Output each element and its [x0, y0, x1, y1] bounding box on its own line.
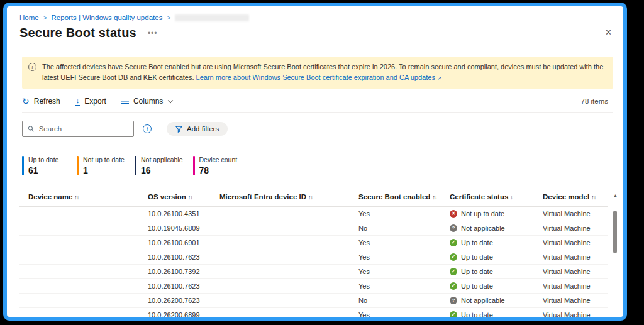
certificate-status-cell: ✓Up to date	[450, 253, 543, 261]
status-up-to-date-icon: ✓	[450, 253, 457, 261]
status-up-to-date-icon: ✓	[450, 311, 457, 319]
device-model-cell: Virtual Machine	[543, 224, 608, 232]
search-input[interactable]	[39, 125, 128, 133]
column-label: Certificate status	[450, 193, 508, 201]
status-label: Up to date	[461, 253, 493, 261]
status-not-applicable-icon: ?	[450, 224, 457, 232]
columns-label: Columns	[133, 97, 163, 106]
tile-label: Device count	[199, 156, 238, 163]
chevron-right-icon: >	[43, 14, 47, 21]
secure-boot-enabled-cell: Yes	[358, 282, 450, 290]
table-body: 10.0.26100.4351 Yes ✕Not up to date Virt…	[19, 207, 608, 321]
os-version-cell: 10.0.26200.6899	[148, 311, 219, 319]
page-title: Secure Boot status	[19, 26, 136, 40]
column-header-entra-device-id[interactable]: Microsoft Entra device ID↑↓	[219, 193, 358, 201]
add-filters-label: Add filters	[187, 125, 219, 133]
tile-not-applicable[interactable]: Not applicable 16	[135, 156, 183, 175]
summary-tiles: Up to date 61 Not up to date 1 Not appli…	[22, 156, 623, 175]
column-header-device-model[interactable]: Device model↑↓	[543, 193, 608, 201]
tile-value: 61	[28, 165, 58, 175]
status-label: Up to date	[461, 268, 493, 275]
column-label: Device name	[28, 193, 72, 201]
tile-color-bar	[193, 156, 195, 175]
column-header-secure-boot-enabled[interactable]: Secure Boot enabled↑↓	[358, 193, 450, 201]
status-up-to-date-icon: ✓	[450, 239, 457, 246]
sort-icon: ↑↓	[74, 194, 79, 201]
info-icon: i	[28, 63, 36, 71]
tile-device-count[interactable]: Device count 78	[193, 156, 238, 175]
search-icon	[28, 125, 35, 133]
device-model-cell: Virtual Machine	[543, 268, 608, 275]
column-header-os-version[interactable]: OS version↑↓	[148, 193, 219, 201]
table-row[interactable]: 10.0.26100.4351 Yes ✕Not up to date Virt…	[19, 207, 608, 221]
table-row[interactable]: 10.0.26100.7623 Yes ✓Up to date Virtual …	[19, 279, 608, 294]
vertical-scrollbar[interactable]	[613, 211, 617, 253]
secure-boot-enabled-cell: Yes	[358, 210, 450, 218]
filter-row: i Add filters	[22, 121, 623, 137]
column-label: Secure Boot enabled	[358, 193, 430, 201]
table-row[interactable]: 10.0.26100.6901 Yes ✓Up to date Virtual …	[19, 236, 608, 250]
table-row[interactable]: 10.0.26100.7623 Yes ✓Up to date Virtual …	[19, 250, 608, 265]
chevron-right-icon: >	[167, 14, 170, 21]
breadcrumb: Home > Reports | Windows quality updates…	[19, 14, 623, 21]
tile-value: 1	[83, 165, 125, 175]
tile-not-up-to-date[interactable]: Not up to date 1	[77, 156, 125, 175]
tile-label: Up to date	[28, 156, 58, 163]
learn-more-label: Learn more about Windows Secure Boot cer…	[196, 74, 435, 81]
refresh-icon: ↻	[22, 97, 30, 106]
scroll-up-icon[interactable]: ▲	[613, 193, 618, 197]
table-row[interactable]: 10.0.26200.6899 Yes ✓Up to date Virtual …	[19, 308, 608, 321]
items-count: 78 items	[581, 97, 608, 105]
secure-boot-enabled-cell: Yes	[358, 268, 450, 275]
column-header-device-name[interactable]: Device name↑↓	[28, 193, 148, 201]
export-button[interactable]: ↓ Export	[75, 97, 106, 106]
certificate-status-cell: ✕Not up to date	[450, 210, 543, 218]
device-model-cell: Virtual Machine	[543, 253, 608, 261]
export-icon: ↓	[75, 97, 80, 106]
tile-label: Not up to date	[83, 156, 125, 163]
sort-icon: ↑↓	[591, 194, 596, 201]
table-row[interactable]: 10.0.19045.6809 No ?Not applicable Virtu…	[19, 221, 608, 236]
os-version-cell: 10.0.26200.7623	[148, 297, 219, 304]
search-box[interactable]	[22, 121, 134, 137]
sort-icon: ↑↓	[308, 194, 313, 201]
status-not-applicable-icon: ?	[450, 297, 457, 304]
breadcrumb-reports-windows-quality-updates[interactable]: Reports | Windows quality updates	[52, 14, 163, 21]
screenshot-frame: Home > Reports | Windows quality updates…	[3, 3, 627, 321]
column-header-certificate-status[interactable]: Certificate status↓	[450, 193, 543, 201]
tile-color-bar	[135, 156, 136, 175]
os-version-cell: 10.0.26100.7392	[148, 268, 219, 275]
banner-text: The affected devices have Secure Boot en…	[42, 62, 606, 83]
secure-boot-enabled-cell: Yes	[358, 253, 450, 261]
secure-boot-enabled-cell: Yes	[358, 239, 450, 246]
export-label: Export	[84, 97, 106, 106]
certificate-status-cell: ?Not applicable	[450, 224, 543, 232]
tile-label: Not applicable	[141, 156, 183, 163]
filter-icon	[175, 126, 182, 133]
close-icon[interactable]: ✕	[605, 28, 612, 37]
columns-button[interactable]: Columns	[121, 97, 172, 106]
status-up-to-date-icon: ✓	[450, 282, 457, 290]
search-info-icon[interactable]: i	[143, 124, 152, 133]
learn-more-link[interactable]: Learn more about Windows Secure Boot cer…	[196, 74, 442, 81]
add-filters-button[interactable]: Add filters	[167, 122, 228, 136]
os-version-cell: 10.0.26100.6901	[148, 239, 219, 246]
sort-icon: ↓	[510, 194, 513, 201]
columns-icon	[121, 99, 129, 100]
info-banner: i The affected devices have Secure Boot …	[22, 57, 613, 89]
tile-color-bar	[77, 156, 79, 175]
breadcrumb-home[interactable]: Home	[19, 14, 39, 21]
status-label: Up to date	[461, 282, 493, 290]
device-model-cell: Virtual Machine	[543, 282, 608, 290]
refresh-button[interactable]: ↻ Refresh	[22, 97, 60, 106]
tile-up-to-date[interactable]: Up to date 61	[22, 156, 67, 175]
more-options-icon[interactable]: •••	[148, 29, 158, 38]
certificate-status-cell: ✓Up to date	[450, 282, 543, 290]
table-row[interactable]: 10.0.26100.7392 Yes ✓Up to date Virtual …	[19, 265, 608, 279]
status-label: Up to date	[461, 311, 493, 319]
secure-boot-enabled-cell: No	[358, 224, 450, 232]
status-label: Up to date	[461, 239, 493, 246]
device-model-cell: Virtual Machine	[543, 239, 608, 246]
divider	[22, 112, 613, 113]
table-row[interactable]: 10.0.26200.7623 No ?Not applicable Virtu…	[19, 294, 608, 308]
